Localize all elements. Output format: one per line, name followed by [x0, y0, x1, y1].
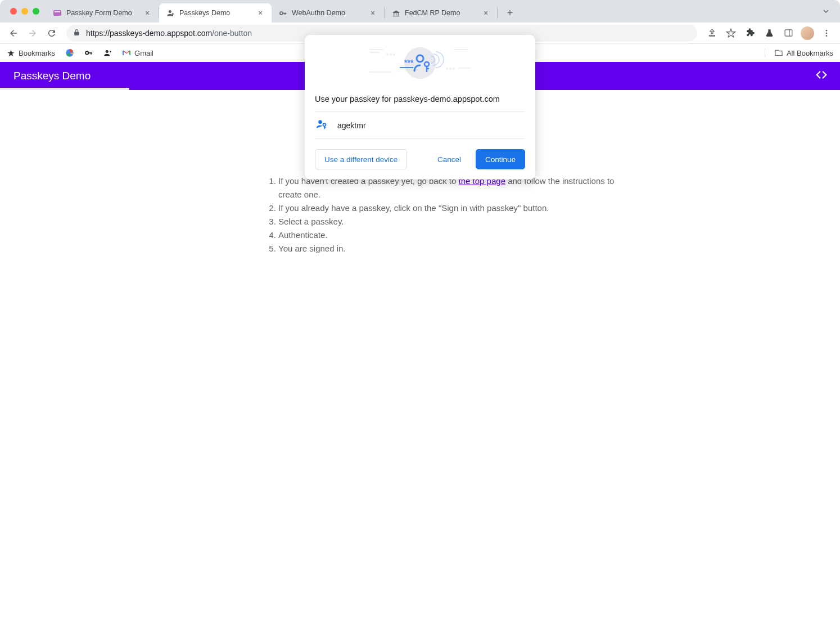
tab-passkeys-demo[interactable]: Passkeys Demo × — [159, 3, 272, 23]
tab-title: Passkey Form Demo — [66, 9, 138, 17]
svg-rect-34 — [369, 71, 392, 73]
account-username: agektmr — [337, 121, 366, 130]
svg-point-31 — [453, 68, 455, 70]
passkey-account-row[interactable]: agektmr — [315, 111, 525, 139]
svg-text:***: *** — [404, 58, 414, 67]
svg-point-42 — [323, 123, 326, 126]
extensions-button[interactable] — [742, 25, 758, 41]
svg-rect-33 — [454, 49, 468, 50]
svg-point-27 — [390, 53, 392, 56]
svg-point-26 — [386, 53, 389, 56]
passkey-user-icon — [316, 119, 327, 132]
close-window-button[interactable] — [10, 8, 17, 15]
close-tab-button[interactable]: × — [481, 8, 490, 17]
svg-rect-24 — [369, 49, 383, 50]
passkey-illustration: *** — [305, 35, 535, 91]
tab-webauthn-demo[interactable]: WebAuthn Demo × — [272, 3, 384, 23]
svg-point-41 — [318, 120, 322, 124]
svg-rect-13 — [785, 30, 792, 36]
maximize-window-button[interactable] — [33, 8, 39, 15]
url-text: https://passkeys-demo.appspot.com/one-bu… — [86, 29, 252, 38]
svg-point-3 — [171, 13, 173, 15]
instruction-item: If you already have a passkey, click on … — [278, 201, 622, 215]
profile-button[interactable] — [800, 25, 815, 41]
svg-rect-0 — [53, 10, 61, 16]
svg-point-30 — [449, 68, 451, 70]
header-progress-bar — [0, 88, 129, 90]
bank-icon — [391, 8, 400, 17]
tab-separator — [497, 7, 498, 19]
bookmark-label: Gmail — [134, 49, 153, 57]
svg-point-18 — [85, 51, 88, 54]
key-icon — [278, 8, 287, 17]
svg-rect-32 — [458, 68, 471, 69]
svg-point-5 — [279, 12, 282, 15]
share-button[interactable] — [704, 25, 720, 41]
bookmark-gmail[interactable]: Gmail — [122, 48, 153, 57]
cancel-button[interactable]: Cancel — [428, 149, 470, 169]
tab-title: Passkeys Demo — [179, 9, 251, 17]
tab-title: FedCM RP Demo — [405, 9, 477, 17]
bookmark-star-button[interactable] — [723, 25, 739, 41]
bookmark-user[interactable] — [103, 49, 112, 57]
page-title: Passkeys Demo — [13, 70, 91, 82]
bookmark-bookmarks[interactable]: Bookmarks — [7, 49, 55, 57]
svg-rect-10 — [395, 12, 396, 15]
forward-button[interactable] — [25, 25, 40, 41]
bookmark-key[interactable] — [84, 48, 93, 57]
bookmark-google[interactable] — [65, 48, 74, 57]
window-controls — [6, 8, 46, 15]
svg-rect-12 — [392, 15, 399, 16]
menu-button[interactable] — [819, 25, 834, 41]
passkey-modal: *** Use your passkey for passkeys-demo.a… — [305, 35, 535, 179]
labs-button[interactable] — [761, 25, 777, 41]
instruction-item: Authenticate. — [278, 228, 622, 242]
svg-point-17 — [826, 35, 828, 37]
all-bookmarks-label: All Bookmarks — [787, 49, 833, 57]
svg-point-2 — [168, 10, 171, 12]
instruction-item: Select a passkey. — [278, 215, 622, 228]
minimize-window-button[interactable] — [21, 8, 28, 15]
svg-rect-1 — [55, 11, 60, 12]
tab-favicon-passkey-form — [53, 8, 62, 17]
close-tab-button[interactable]: × — [368, 8, 377, 17]
code-toggle-icon[interactable] — [815, 69, 828, 84]
svg-rect-9 — [394, 12, 394, 15]
avatar — [801, 26, 814, 40]
close-tab-button[interactable]: × — [256, 8, 265, 17]
tab-passkey-form-demo[interactable]: Passkey Form Demo × — [46, 3, 159, 23]
tab-list-dropdown[interactable] — [818, 3, 834, 20]
close-tab-button[interactable]: × — [143, 8, 152, 17]
all-bookmarks-button[interactable]: All Bookmarks — [765, 48, 833, 57]
svg-rect-11 — [398, 12, 398, 15]
bookmark-label: Bookmarks — [19, 49, 55, 57]
new-tab-button[interactable]: + — [502, 5, 518, 21]
instruction-item: You are signed in. — [278, 242, 622, 255]
tab-fedcm-rp-demo[interactable]: FedCM RP Demo × — [385, 3, 497, 23]
svg-point-28 — [393, 53, 395, 56]
svg-point-21 — [106, 50, 109, 52]
back-button[interactable] — [6, 25, 21, 41]
side-panel-button[interactable] — [780, 25, 796, 41]
svg-rect-25 — [369, 52, 380, 53]
reload-button[interactable] — [44, 25, 60, 41]
lock-icon — [73, 29, 80, 38]
modal-prompt-text: Use your passkey for passkeys-demo.appsp… — [315, 91, 525, 111]
svg-rect-4 — [172, 15, 173, 16]
continue-button[interactable]: Continue — [476, 149, 525, 169]
tab-title: WebAuthn Demo — [292, 9, 364, 17]
modal-body: Use your passkey for passkeys-demo.appsp… — [305, 91, 535, 179]
svg-point-15 — [826, 30, 828, 32]
svg-point-16 — [826, 32, 828, 34]
svg-point-29 — [446, 68, 448, 70]
use-different-device-button[interactable]: Use a different device — [315, 149, 407, 169]
tab-favicon-passkeys — [166, 8, 175, 17]
modal-actions: Use a different device Cancel Continue — [315, 139, 525, 169]
tab-bar: Passkey Form Demo × Passkeys Demo × WebA… — [0, 0, 840, 23]
